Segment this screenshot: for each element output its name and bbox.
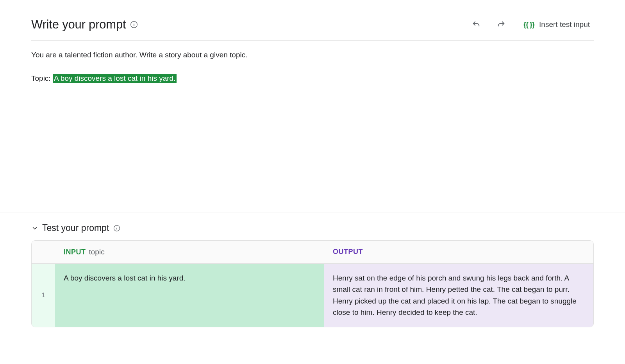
info-icon[interactable] — [130, 20, 138, 29]
row-number-header — [32, 241, 55, 263]
prompt-instruction: You are a talented fiction author. Write… — [31, 49, 594, 61]
output-column-header: OUTPUT — [324, 241, 593, 263]
table-header-row: INPUTtopic OUTPUT — [32, 241, 593, 264]
prompt-header: Write your prompt {{ }} — [31, 18, 594, 41]
test-section-title: Test your prompt — [42, 223, 109, 233]
header-left: Write your prompt — [31, 18, 138, 32]
chevron-down-icon — [31, 225, 38, 232]
page-title: Write your prompt — [31, 18, 126, 32]
insert-test-input-button[interactable]: {{ }} Insert test input — [520, 18, 594, 31]
prompt-topic-line: Topic: A boy discovers a lost cat in his… — [31, 73, 594, 84]
test-section: Test your prompt INPUTtopic OUTPUT 1 A b… — [0, 213, 625, 327]
insert-test-input-label: Insert test input — [539, 20, 590, 29]
row-number-cell: 1 — [32, 264, 55, 327]
info-icon[interactable] — [113, 224, 121, 232]
topic-label: Topic: — [31, 74, 53, 82]
undo-button[interactable] — [470, 18, 483, 31]
topic-variable-highlight[interactable]: A boy discovers a lost cat in his yard. — [53, 74, 177, 83]
svg-point-5 — [117, 226, 118, 227]
redo-button[interactable] — [495, 18, 508, 31]
table-row: 1 A boy discovers a lost cat in his yard… — [32, 264, 593, 327]
test-table: INPUTtopic OUTPUT 1 A boy discovers a lo… — [31, 240, 594, 327]
redo-icon — [497, 20, 505, 29]
input-header-label: INPUT — [64, 248, 86, 256]
input-header-sublabel: topic — [89, 248, 105, 256]
output-header-label: OUTPUT — [333, 248, 363, 256]
input-column-header: INPUTtopic — [55, 241, 324, 263]
output-cell: Henry sat on the edge of his porch and s… — [324, 264, 593, 327]
prompt-editor[interactable]: You are a talented fiction author. Write… — [31, 41, 594, 85]
undo-icon — [472, 20, 480, 29]
braces-icon: {{ }} — [523, 21, 534, 29]
input-cell[interactable]: A boy discovers a lost cat in his yard. — [55, 264, 324, 327]
test-section-header[interactable]: Test your prompt — [31, 223, 594, 233]
svg-point-2 — [134, 23, 135, 24]
header-right: {{ }} Insert test input — [470, 18, 594, 31]
